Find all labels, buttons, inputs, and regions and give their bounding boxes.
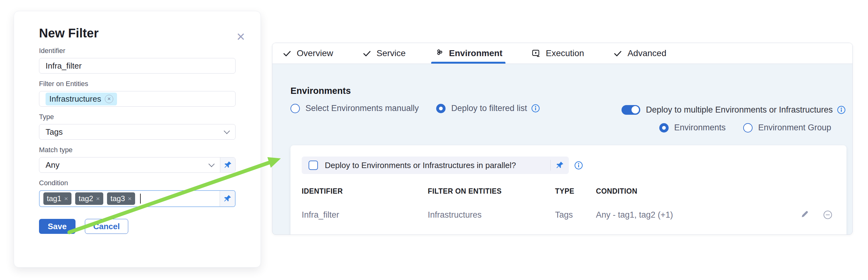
info-icon[interactable] [531,104,540,112]
pin-button[interactable] [551,161,569,170]
cell-type: Tags [555,210,596,220]
tab-label: Execution [546,48,584,58]
tab-label: Environment [449,48,502,58]
deploy-filtered-label: Deploy to filtered list [451,104,527,113]
match-type-control: Any [39,157,236,173]
chevron-down-icon [209,161,215,167]
check-icon [613,48,623,58]
execution-icon [531,48,541,58]
identifier-value: Infra_filter [45,61,82,71]
select-manually-label: Select Environments manually [306,104,419,113]
parallel-checkbox[interactable] [309,161,318,170]
filter-entities-input[interactable]: Infrastructures × [39,91,236,107]
select-manually-radio[interactable] [290,104,300,113]
multi-env-toggle-label: Deploy to multiple Environments or Infra… [646,105,833,115]
environment-group-radio[interactable] [743,123,752,133]
tab-label: Overview [297,48,333,58]
toggle-knob [631,106,639,113]
col-header-condition: CONDITION [596,187,788,196]
remove-tag-icon[interactable]: × [128,195,132,202]
identifier-label: Identifier [39,47,236,55]
condition-tags: tag1 × tag2 × tag3 × [40,191,220,206]
edit-pencil-icon[interactable] [800,210,810,219]
parallel-checkbox-label: Deploy to Environments or Infrastructure… [325,161,550,170]
entity-chip-label: Infrastructures [49,94,101,104]
environments-radio-label: Environments [674,123,726,133]
check-icon [282,48,292,58]
filter-entities-label: Filter on Entities [39,80,236,88]
entity-chip: Infrastructures × [45,93,117,105]
plus-icon: + [302,234,308,235]
tag-chip-label: tag2 [79,194,93,203]
modal-title: New Filter [39,26,236,40]
environments-heading: Environments [290,86,852,96]
tab-service[interactable]: Service [359,43,409,64]
pin-icon [223,194,232,203]
remove-entity-icon[interactable]: × [105,95,113,103]
row-actions [788,210,835,220]
multi-env-toggle[interactable] [621,105,640,115]
remove-tag-icon[interactable]: × [96,195,100,202]
parallel-row: Deploy to Environments or Infrastructure… [302,156,835,174]
cell-filter-on-entities: Infrastructures [428,210,555,220]
tag-chip: tag3 × [107,193,135,205]
stage-tabbar: Overview Service Environment Execution A [272,43,852,64]
check-icon [362,48,372,58]
add-filters-button[interactable]: + Add Filters [302,234,357,235]
identifier-input[interactable]: Infra_filter [39,58,236,74]
condition-label: Condition [39,179,236,187]
match-type-label: Match type [39,146,236,154]
parallel-option-bar: Deploy to Environments or Infrastructure… [302,156,569,174]
pin-button[interactable] [220,191,235,206]
tag-chip: tag2 × [75,193,103,205]
tag-chip-label: tag3 [111,194,125,203]
match-type-field-group: Match type Any [39,146,236,173]
condition-field-group: Condition tag1 × tag2 × tag3 × [39,179,236,207]
col-header-type: TYPE [555,187,596,196]
save-button[interactable]: Save [39,219,75,234]
type-field-group: Type Tags [39,113,236,140]
match-type-value: Any [45,160,60,170]
pin-icon [555,161,564,170]
tag-chip: tag1 × [43,193,71,205]
col-header-identifier: IDENTIFIER [302,187,428,196]
cancel-button[interactable]: Cancel [85,219,128,234]
cell-condition: Any - tag1, tag2 (+1) [596,210,788,220]
info-icon[interactable] [837,106,845,114]
tab-label: Advanced [627,48,666,58]
match-type-select[interactable]: Any [39,158,220,172]
tab-execution[interactable]: Execution [528,43,587,64]
type-select[interactable]: Tags [39,124,236,140]
tab-advanced[interactable]: Advanced [610,43,670,64]
identifier-field-group: Identifier Infra_filter [39,47,236,74]
environments-radio[interactable] [659,123,669,133]
filter-entities-field-group: Filter on Entities Infrastructures × [39,80,236,107]
cell-identifier: Infra_filter [302,210,428,220]
environment-icon [434,48,444,58]
remove-row-icon[interactable] [823,210,833,220]
multi-env-toggle-row: Deploy to multiple Environments or Infra… [621,105,845,115]
filters-card: Deploy to Environments or Infrastructure… [290,145,846,235]
deploy-filtered-radio[interactable] [436,104,445,113]
tag-chip-label: tag1 [47,194,61,203]
remove-tag-icon[interactable]: × [64,195,68,202]
info-icon[interactable] [575,161,583,170]
pin-button[interactable] [220,158,235,172]
condition-input[interactable]: tag1 × tag2 × tag3 × [39,190,236,207]
tab-label: Service [377,48,406,58]
env-target-radios: Environments Environment Group [621,123,845,133]
text-cursor [140,194,141,204]
environment-group-radio-label: Environment Group [758,123,831,133]
environment-tab-content: Environments Select Environments manuall… [272,86,852,235]
tab-overview[interactable]: Overview [279,43,336,64]
chevron-down-icon [224,128,230,134]
close-icon[interactable]: × [237,29,245,44]
pin-icon [223,161,232,169]
col-header-filter-on-entities: FILTER ON ENTITIES [428,187,555,196]
filters-table-header: IDENTIFIER FILTER ON ENTITIES TYPE CONDI… [302,187,835,196]
modal-buttons: Save Cancel [39,219,236,234]
tab-environment[interactable]: Environment [431,43,505,64]
add-filters-label: Add Filters [312,234,357,235]
type-label: Type [39,113,236,121]
stage-config-panel: Overview Service Environment Execution A [272,43,853,235]
